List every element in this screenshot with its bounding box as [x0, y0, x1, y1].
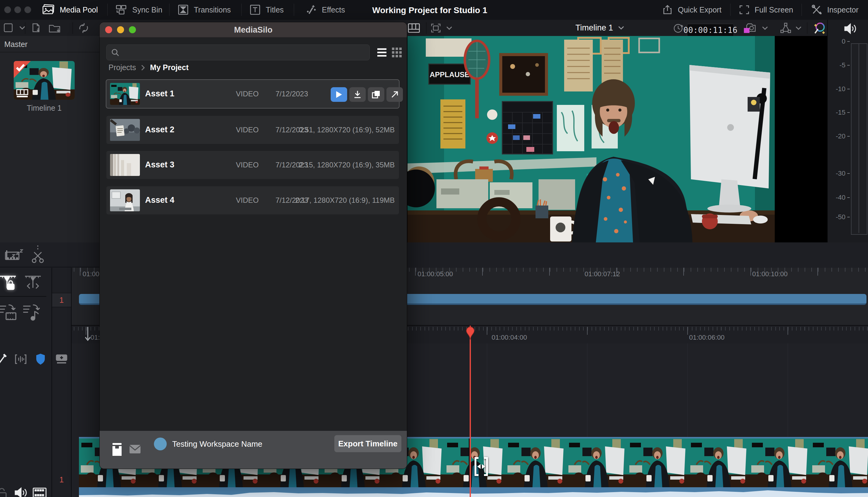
meter-label-30: -30: [836, 170, 845, 178]
mediasilo-footer: Testing Workspace Name Export Timeline: [100, 431, 407, 469]
tab-titles[interactable]: Titles: [249, 0, 284, 19]
timecode-clock-icon[interactable]: [672, 23, 684, 33]
timeline-selector-label: Timeline 1: [575, 23, 613, 33]
asset-download-button[interactable]: [349, 87, 366, 102]
track-lock-icon[interactable]: [0, 487, 9, 497]
sync-bin-icon: [115, 4, 127, 15]
asset-duplicate-button[interactable]: [368, 87, 384, 102]
asset-1-thumbnail: [110, 83, 140, 105]
asset-play-button[interactable]: [331, 87, 347, 102]
speaker-icon[interactable]: [843, 22, 858, 35]
import-media-button[interactable]: [30, 23, 42, 33]
full-screen-button[interactable]: Full Screen: [739, 0, 793, 19]
add-track-button[interactable]: [55, 354, 69, 365]
tab-media-pool[interactable]: Media Pool: [42, 0, 98, 19]
viewer-zoom-fit-button[interactable]: [430, 23, 441, 33]
razor-smart-indicator-icon[interactable]: [4, 248, 24, 262]
mediasilo-window[interactable]: MediaSilo Projects My Project: [100, 22, 407, 469]
search-input[interactable]: [122, 48, 356, 57]
asset-1-type: VIDEO: [236, 90, 259, 98]
tab-effects-label: Effects: [322, 5, 345, 14]
sync-shield-icon[interactable]: [35, 353, 46, 365]
asset-2-name: Asset 2: [145, 125, 174, 134]
quick-export-icon: [662, 4, 673, 15]
playhead-line[interactable]: [470, 326, 471, 497]
transform-chevron-icon[interactable]: [795, 26, 802, 30]
video-track-number: 1: [59, 475, 64, 484]
sync-clips-button[interactable]: [77, 23, 90, 33]
export-timeline-button[interactable]: Export Timeline: [334, 435, 401, 452]
asset-2-type: VIDEO: [236, 126, 259, 134]
traffic-light-close[interactable]: [4, 6, 11, 13]
mediasilo-window-title: MediaSilo: [234, 25, 273, 35]
audio-waveform-view-icon[interactable]: [15, 354, 27, 365]
mediasilo-close-button[interactable]: [105, 26, 112, 33]
full-screen-label: Full Screen: [755, 5, 793, 14]
viewer-video[interactable]: APPLAUSE: [407, 36, 775, 242]
project-bin-icon[interactable]: [111, 443, 123, 456]
timeline-card[interactable]: [14, 61, 75, 100]
tab-sync-bin-label: Sync Bin: [132, 5, 162, 14]
enhance-wand-button[interactable]: [812, 22, 826, 35]
asset-open-external-button[interactable]: [387, 87, 403, 102]
list-view-button[interactable]: [376, 47, 387, 58]
audio-waveform: [79, 487, 868, 497]
asset-row-3[interactable]: Asset 3 VIDEO 7/12/2023 2:15, 1280X720 (…: [106, 151, 399, 179]
timeline-audio-clip[interactable]: [79, 487, 868, 497]
workspace-avatar[interactable]: [154, 438, 167, 450]
track-header-column: 1 1: [52, 268, 71, 497]
quick-export-label: Quick Export: [678, 5, 721, 14]
trim-cursor-icon: [473, 456, 490, 477]
mediasilo-zoom-button[interactable]: [129, 26, 136, 33]
split-clip-scissors-icon[interactable]: [30, 245, 45, 263]
viewer-timecode-field[interactable]: 00:00:11:16: [687, 24, 734, 37]
meter-label-15: -15: [836, 109, 845, 116]
trim-mode-icon[interactable]: [24, 274, 41, 292]
video-track-header[interactable]: 1: [52, 460, 71, 497]
mediasilo-minimize-button[interactable]: [117, 26, 124, 33]
tab-effects[interactable]: Effects: [305, 0, 345, 19]
grid-view-button[interactable]: [391, 47, 403, 58]
tab-sync-bin[interactable]: Sync Bin: [115, 0, 162, 19]
playhead-head[interactable]: [465, 326, 475, 340]
asset-2-info: 0:51, 1280X720 (16:9), 52MB: [299, 126, 395, 134]
audio-meter-bars: [851, 43, 867, 235]
marker-pen-icon[interactable]: [0, 353, 7, 367]
breadcrumb-chevron-icon: [141, 64, 145, 71]
snap-playhead-lock-icon[interactable]: [0, 274, 16, 292]
quick-export-button[interactable]: Quick Export: [662, 0, 721, 19]
mediasilo-search-field[interactable]: [106, 44, 370, 60]
asset-3-thumbnail: [110, 154, 140, 176]
track-audio-speaker-icon[interactable]: [13, 486, 29, 497]
track-video-film-icon[interactable]: [32, 487, 47, 497]
asset-row-4[interactable]: Asset 4 VIDEO 7/12/2023 2:17, 1280X720 (…: [106, 186, 399, 214]
asset-row-2[interactable]: Asset 2 VIDEO 7/12/2023 0:51, 1280X720 (…: [106, 116, 399, 144]
mini-ruler-label-2: 01:00:07:12: [584, 270, 620, 278]
breadcrumb-projects[interactable]: Projects: [108, 63, 136, 72]
capture-chevron-icon[interactable]: [761, 26, 769, 30]
traffic-light-minimize[interactable]: [14, 6, 21, 13]
traffic-light-zoom[interactable]: [24, 6, 31, 13]
insert-audio-icon[interactable]: [23, 304, 41, 321]
window-traffic-lights[interactable]: [4, 6, 31, 13]
audio-meter-panel: 0 -5 -10 -15 -20 -30 -40 -50: [827, 20, 868, 242]
asset-1-date: 7/12/2023: [276, 90, 308, 98]
asset-1-name: Asset 1: [145, 89, 174, 99]
inspector-icon: [811, 4, 822, 15]
multicam-view-button[interactable]: [407, 23, 420, 33]
import-folder-button[interactable]: [48, 23, 61, 33]
timeline-selector[interactable]: Timeline 1: [575, 20, 625, 36]
capture-still-button[interactable]: [742, 22, 758, 34]
transform-tool-button[interactable]: [779, 22, 792, 34]
inspector-button[interactable]: Inspector: [811, 0, 858, 19]
asset-row-1[interactable]: Asset 1 VIDEO 7/12/2023: [106, 80, 399, 108]
davinci-resolve-app: Media Pool Sync Bin: [0, 0, 868, 497]
message-envelope-icon[interactable]: [129, 444, 141, 454]
mini-timeline-track-header[interactable]: 1: [52, 293, 71, 307]
mediasilo-titlebar[interactable]: MediaSilo: [100, 22, 407, 38]
tab-transitions[interactable]: Transitions: [177, 0, 231, 19]
viewer-zoom-chevron-icon[interactable]: [446, 26, 453, 30]
timeline-tool-column: [0, 268, 52, 497]
insert-clip-icon[interactable]: [0, 304, 17, 321]
bin-view-mode-button[interactable]: [3, 23, 14, 33]
